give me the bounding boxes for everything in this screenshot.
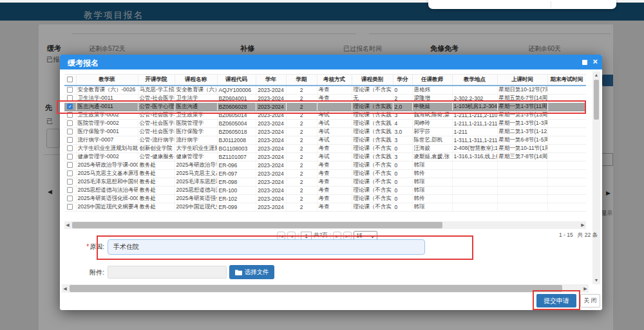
column-header: 教学地点 bbox=[452, 75, 497, 86]
table-row[interactable]: 医疗保险学-0001公管-社会医学与卫医疗保险学BZ06050182023-20… bbox=[64, 127, 586, 136]
modal-vscrollbar[interactable]: ▲ ▼ bbox=[592, 71, 600, 284]
table-cell: 流行病学 bbox=[175, 136, 217, 144]
table-cell bbox=[452, 178, 497, 186]
column-header: 教学班 bbox=[76, 75, 138, 86]
record-count-label: 1 - 15 共 22 条 bbox=[559, 232, 598, 239]
checkbox-cell bbox=[64, 178, 76, 186]
table-cell: ER-100 bbox=[217, 186, 256, 194]
row-checkbox[interactable] bbox=[67, 187, 73, 193]
table-cell bbox=[547, 203, 586, 211]
prev-page-button[interactable]: ◀ bbox=[287, 232, 296, 240]
table-cell: 健康管理学-0002 bbox=[76, 152, 138, 161]
scroll-right-icon[interactable]: ▶ bbox=[582, 284, 589, 293]
dialog-header[interactable]: 缓考报名 × bbox=[60, 55, 602, 69]
row-checkbox[interactable] bbox=[67, 145, 73, 151]
table-cell: 2 bbox=[286, 86, 317, 95]
table-cell: 公管-社会医学与卫 bbox=[138, 127, 175, 136]
table-row[interactable]: 2025马克思主义基本原理教务处2025马克思主义基ER-0972023-202… bbox=[64, 169, 586, 178]
top-popup-fragment bbox=[428, 0, 616, 9]
last-page-button[interactable]: ▶| bbox=[343, 232, 352, 240]
row-checkbox[interactable] bbox=[67, 162, 73, 168]
row-checkbox[interactable] bbox=[67, 154, 73, 160]
column-header: 课程名称 bbox=[175, 75, 217, 86]
choose-file-button[interactable]: 选择文件 bbox=[229, 265, 274, 279]
row-checkbox[interactable] bbox=[67, 129, 73, 134]
table-row[interactable]: 流行病学-0007公管-流行病学教研流行病学BJ01120082023-2024… bbox=[64, 136, 586, 144]
table-row[interactable]: 医院管理学-0002公管-社会医学与卫医院管理学BZ06050042023-20… bbox=[64, 119, 586, 127]
scroll-up-icon[interactable]: ▲ bbox=[593, 71, 600, 79]
table-cell: 2023-2024 bbox=[256, 136, 286, 144]
table-cell: 陈世艺,邵凯 bbox=[412, 136, 452, 144]
table-cell: 考查 bbox=[317, 203, 352, 211]
table-cell: 凌斯婧,袁媛,张 bbox=[412, 152, 452, 161]
table-cell bbox=[547, 102, 586, 111]
table-cell bbox=[547, 152, 586, 161]
submit-application-button[interactable]: 提交申请 bbox=[536, 294, 576, 307]
table-cell: 考试 bbox=[317, 136, 352, 144]
row-checkbox[interactable] bbox=[67, 137, 73, 143]
table-row[interactable]: 大学生职业生涯规划与就业创新创业学院（合署大学生职业生涯规划BG11080032… bbox=[64, 144, 586, 152]
table-cell: BZ0604001 bbox=[217, 94, 256, 102]
table-cell: 医院管理学-0002 bbox=[76, 119, 138, 127]
table-cell: 星期三第7-8节(14周);星 bbox=[497, 152, 547, 161]
table-cell bbox=[547, 186, 586, 194]
scroll-left-icon[interactable]: ◀ bbox=[62, 284, 68, 293]
row-checkbox[interactable] bbox=[67, 196, 73, 201]
table-cell: 0 bbox=[393, 144, 412, 152]
row-checkbox[interactable] bbox=[67, 204, 73, 210]
table-cell: ER-098 bbox=[217, 178, 256, 186]
table-row[interactable]: 2025考研英语强化班-000教务处2025考研英语强化ER-1022023-2… bbox=[64, 194, 586, 203]
column-header: 上课时间 bbox=[497, 75, 547, 86]
table-row[interactable]: ✓医患沟通-0011公管-医学心理学教医患沟通BZ06060282023-202… bbox=[64, 102, 586, 111]
next-page-button[interactable]: ▶ bbox=[333, 232, 341, 240]
select-all-checkbox[interactable] bbox=[67, 77, 73, 82]
checkbox-cell bbox=[64, 94, 76, 102]
table-cell: 2023-2024 bbox=[256, 102, 286, 111]
table-row[interactable]: 安全教育课（六）-0026马克思-学工招就安全教育课（六）AQJY1000062… bbox=[64, 86, 586, 95]
scroll-right-icon[interactable]: ▶ bbox=[580, 221, 586, 229]
row-checkbox[interactable] bbox=[67, 95, 73, 101]
scroll-down-icon[interactable]: ▼ bbox=[593, 277, 600, 284]
table-cell: 2023-2024 bbox=[256, 152, 286, 161]
vscroll-thumb[interactable] bbox=[594, 80, 599, 120]
close-button[interactable]: 关 闭 bbox=[580, 294, 600, 307]
hscroll-thumb[interactable] bbox=[70, 285, 562, 292]
row-checkbox[interactable] bbox=[67, 120, 73, 126]
table-row[interactable]: 2025中国近现代史纲要考教务处2025中国近现代史ER-0992023-202… bbox=[64, 203, 586, 211]
maximize-icon[interactable] bbox=[582, 60, 587, 65]
table-cell bbox=[547, 119, 586, 127]
table-cell: 教务处 bbox=[138, 186, 175, 194]
row-checkbox[interactable]: ✓ bbox=[67, 104, 73, 109]
table-row[interactable]: 健康管理学-0002公管-健康服务与管健康管理学BZ11010072023-20… bbox=[64, 152, 586, 161]
table-hscrollbar[interactable]: ◀ ▶ bbox=[64, 221, 586, 229]
table-cell: 考查 bbox=[317, 169, 352, 178]
table-cell: 教务处 bbox=[138, 169, 175, 178]
table-cell: 2025中国近现代史纲要考 bbox=[76, 203, 138, 211]
hscroll-thumb[interactable] bbox=[72, 222, 442, 228]
table-cell: BZ1101007 bbox=[217, 152, 256, 161]
table-row[interactable]: 2025毛泽东思想和中国特教务处2025毛泽东思想和ER-0982023-202… bbox=[64, 178, 586, 186]
table-cell: 理论课（含实践 bbox=[352, 136, 393, 144]
page-number-input[interactable]: 1 bbox=[301, 232, 312, 240]
table-cell bbox=[547, 161, 586, 169]
row-checkbox[interactable] bbox=[67, 179, 73, 185]
scroll-left-icon[interactable]: ◀ bbox=[64, 221, 71, 229]
table-cell: 2023-2024 bbox=[256, 94, 286, 102]
row-checkbox[interactable] bbox=[67, 170, 73, 176]
table-cell: 公管-社会医学与卫 bbox=[138, 111, 175, 119]
table-cell: 2025毛泽东思想和 bbox=[175, 178, 217, 186]
row-checkbox[interactable] bbox=[67, 112, 73, 118]
attachment-input[interactable] bbox=[108, 266, 227, 279]
reason-input[interactable] bbox=[108, 239, 425, 255]
first-page-button[interactable]: |◀ bbox=[277, 232, 285, 240]
close-icon[interactable]: × bbox=[592, 57, 598, 66]
modal-hscrollbar[interactable]: ◀ ▶ bbox=[62, 284, 589, 293]
row-checkbox[interactable] bbox=[67, 87, 73, 93]
table-cell bbox=[497, 194, 547, 203]
table-row[interactable]: 2025考研政治导学课-000教务处2025考研政治导学ER-0962023-2… bbox=[64, 161, 586, 169]
table-row[interactable]: 2025思想道德与法治考研教务处2025思想道德与法ER-1002023-202… bbox=[64, 186, 586, 194]
table-row[interactable]: 卫生政策学-0002公管-社会医学与卫卫生政策学BZ06050142023-20… bbox=[64, 111, 586, 119]
table-row[interactable]: 卫生法学-0011公管-社会医学与卫卫生法学BZ06040012023-2024… bbox=[64, 94, 586, 102]
table-cell bbox=[452, 203, 497, 211]
table-cell: 2023-2024 bbox=[256, 127, 286, 136]
